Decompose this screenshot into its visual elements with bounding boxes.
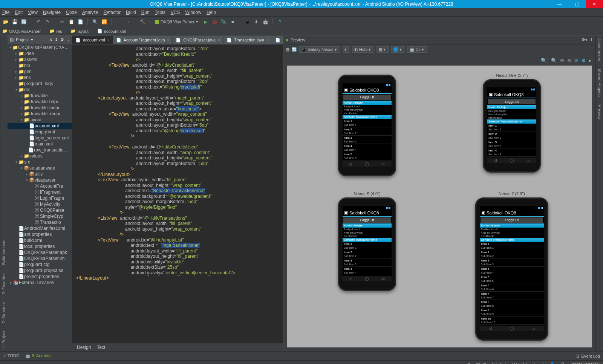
file-encoding[interactable]: UTF-8 ≑ <box>512 362 528 364</box>
attach-icon[interactable]: 📎 <box>220 18 227 25</box>
close-tab-icon[interactable]: × <box>107 38 110 42</box>
menu-run[interactable]: Run <box>141 10 150 15</box>
tree-node[interactable]: 📁bin <box>8 63 72 69</box>
save-icon[interactable]: 💾 <box>11 18 18 25</box>
logout-button[interactable]: Logga Ut <box>343 95 391 100</box>
tree-arrow-icon[interactable]: ▾ <box>20 166 23 170</box>
tree-arrow-icon[interactable]: ▸ <box>14 52 18 55</box>
tree-node[interactable]: ▾📦se.adanware <box>8 165 72 171</box>
scroll-from-icon[interactable]: ⤮ <box>49 37 52 42</box>
editor-tab[interactable]: 📄OKQ8Parser.java× <box>173 36 223 44</box>
tree-node[interactable]: ▸📁gen <box>8 69 72 75</box>
tree-node[interactable]: 📄project.properties <box>8 274 72 280</box>
tree-node[interactable]: 📄row_transaction.xm <box>8 147 72 153</box>
tree-node[interactable]: 📄AndroidManifest.xml <box>8 225 72 231</box>
hide-icon[interactable]: ⥕ <box>590 37 593 42</box>
tree-node[interactable]: ▸📁drawable-xhdpi <box>8 111 72 117</box>
copy-icon[interactable]: 📋 <box>68 18 75 25</box>
tree-arrow-icon[interactable]: ▾ <box>25 178 29 182</box>
line-separator[interactable]: CRLF ≑ <box>491 362 507 364</box>
close-button[interactable]: ✕ <box>586 0 603 8</box>
tree-node[interactable]: ⒸAccountFra <box>8 183 72 189</box>
menu-help[interactable]: Help <box>207 10 216 15</box>
menu-navigate[interactable]: Navigate <box>43 10 61 15</box>
nav-recent-icon[interactable]: ▭ <box>382 162 385 166</box>
tree-node[interactable]: 📄main.xml <box>8 141 72 147</box>
nav-recent-icon[interactable]: ▭ <box>526 158 530 162</box>
menu-code[interactable]: Code <box>66 10 77 15</box>
find-icon[interactable]: 🔍 <box>92 18 98 25</box>
tree-arrow-icon[interactable]: ▸ <box>20 94 23 98</box>
nav-home-icon[interactable]: ◯ <box>510 158 514 162</box>
logout-button[interactable]: Logga Ut <box>481 217 543 223</box>
tree-node[interactable]: 📄local.properties <box>8 243 72 249</box>
config-selector[interactable]: ▾ <box>343 46 350 53</box>
theme-selector[interactable]: ◐ Holo ▾ <box>352 46 375 53</box>
orientation-icon[interactable]: 🔄 <box>292 47 297 52</box>
nav-back-icon[interactable]: ◁ <box>489 326 492 330</box>
zoom-actual-icon[interactable]: 🔍 <box>551 58 557 63</box>
code-editor[interactable]: android:layout_marginBottom="2dp" androi… <box>72 44 283 343</box>
tree-arrow-icon[interactable]: ▸ <box>25 172 29 176</box>
redo-icon[interactable]: ↷ <box>44 18 51 25</box>
tree-arrow-icon[interactable]: ▸ <box>14 70 18 73</box>
gear-icon[interactable]: ⚙ <box>60 37 64 42</box>
menu-analyze[interactable]: Analyze <box>82 10 98 15</box>
cut-icon[interactable]: ✂ <box>59 18 66 25</box>
tree-arrow-icon[interactable]: ▾ <box>14 88 18 92</box>
menu-refactor[interactable]: Refactor <box>104 10 121 15</box>
menu-file[interactable]: File <box>2 10 9 15</box>
ddms-icon[interactable]: 🤖 <box>262 18 269 25</box>
menu-vcs[interactable]: VCS <box>171 10 180 15</box>
nav-home-icon[interactable]: ◯ <box>510 326 514 330</box>
menu-build[interactable]: Build <box>126 10 136 15</box>
minimize-button[interactable]: — <box>551 0 568 8</box>
tree-node[interactable]: ⒸTransactio <box>8 219 72 225</box>
breadcrumb-item[interactable]: 📁 res <box>49 29 62 34</box>
nav-back-icon[interactable]: ◁ <box>494 158 497 162</box>
zoom-in-icon[interactable]: ⊕ <box>560 58 564 63</box>
tree-node[interactable]: ▸📁drawable <box>8 93 72 99</box>
toggle-icon[interactable]: ▸ <box>589 58 592 63</box>
api-selector[interactable]: 🤖 17 ▾ <box>407 46 427 53</box>
debug-icon[interactable]: 🐞 <box>211 18 218 25</box>
gutter-tab[interactable]: Build Variants <box>2 240 6 265</box>
tree-arrow-icon[interactable]: ▾ <box>20 118 23 122</box>
menu-view[interactable]: View <box>28 10 38 15</box>
tree-node[interactable]: ▸📁drawable-hdpi <box>8 99 72 105</box>
todo-tab[interactable]: ✓ TODO <box>3 353 19 358</box>
tree-arrow-icon[interactable]: ▾ <box>14 160 18 164</box>
device-selector[interactable]: 📱 Galaxy Nexus ▾ <box>299 46 340 53</box>
gutter-tab[interactable]: Maven Projects <box>597 69 602 98</box>
android-tab[interactable]: 🤖 6: Android <box>25 353 51 358</box>
maximize-button[interactable]: ▢ <box>568 0 586 8</box>
paste-icon[interactable]: 📄 <box>77 18 84 25</box>
text-tab[interactable]: Text <box>97 345 105 350</box>
tree-node[interactable]: ▸📁drawable-mdpi <box>8 105 72 111</box>
tree-node[interactable]: ▾📁OKQ8VisaParser (C:\Android <box>8 44 72 50</box>
tree-arrow-icon[interactable]: ▸ <box>20 112 23 116</box>
tree-node[interactable]: 📄proguard.cfg <box>8 262 72 268</box>
tree-node[interactable]: ▸📁libs <box>8 75 72 81</box>
logout-button[interactable]: Logga Ut <box>343 217 391 223</box>
undo-icon[interactable]: ↶ <box>35 18 42 25</box>
gutter-tab[interactable]: 7: Structure <box>2 302 6 323</box>
hide-icon[interactable]: ⥕ <box>66 37 70 42</box>
editor-tab[interactable]: 📄Transaction.java× <box>223 36 272 44</box>
locale-selector[interactable]: 🌐 ▾ <box>391 46 405 53</box>
tree-node[interactable]: ⒸSimpleCryp <box>8 213 72 219</box>
menu-edit[interactable]: Edit <box>15 10 23 15</box>
menu-tools[interactable]: Tools <box>155 10 165 15</box>
tree-node[interactable]: ⒾIFragment <box>8 189 72 195</box>
refresh-icon[interactable]: ⟳ <box>574 58 579 63</box>
tree-arrow-icon[interactable]: ▸ <box>9 281 13 284</box>
logout-button[interactable]: Logga Ut <box>488 99 536 104</box>
nav-recent-icon[interactable]: ▭ <box>531 326 535 330</box>
tree-node[interactable]: 📄OKQ8VisaParser.iml <box>8 255 72 262</box>
close-tab-icon[interactable]: × <box>167 38 170 42</box>
nav-back-icon[interactable]: ◁ <box>349 277 352 281</box>
tree-node[interactable]: 📄login_screen.xml <box>8 135 72 141</box>
project-tree[interactable]: ▾📁OKQ8VisaParser (C:\Android▸📁.idea▸📁ass… <box>8 44 72 351</box>
avd-icon[interactable]: 📱 <box>244 18 251 25</box>
tree-node[interactable]: ▾📦visaparser <box>8 177 72 183</box>
